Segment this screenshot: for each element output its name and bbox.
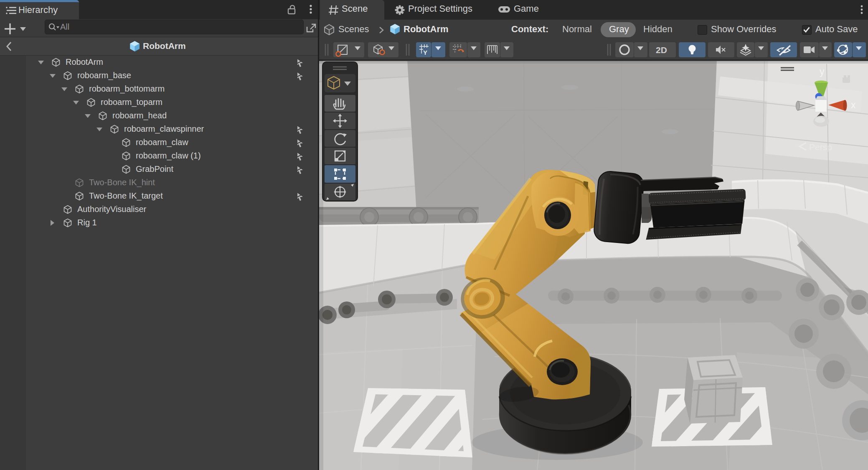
svg-text:2D: 2D [656,45,667,55]
svg-text:y: y [820,66,825,77]
svg-text:x: x [851,100,856,110]
svg-text:Persp: Persp [809,142,832,152]
svg-text:Y: Y [423,49,427,56]
